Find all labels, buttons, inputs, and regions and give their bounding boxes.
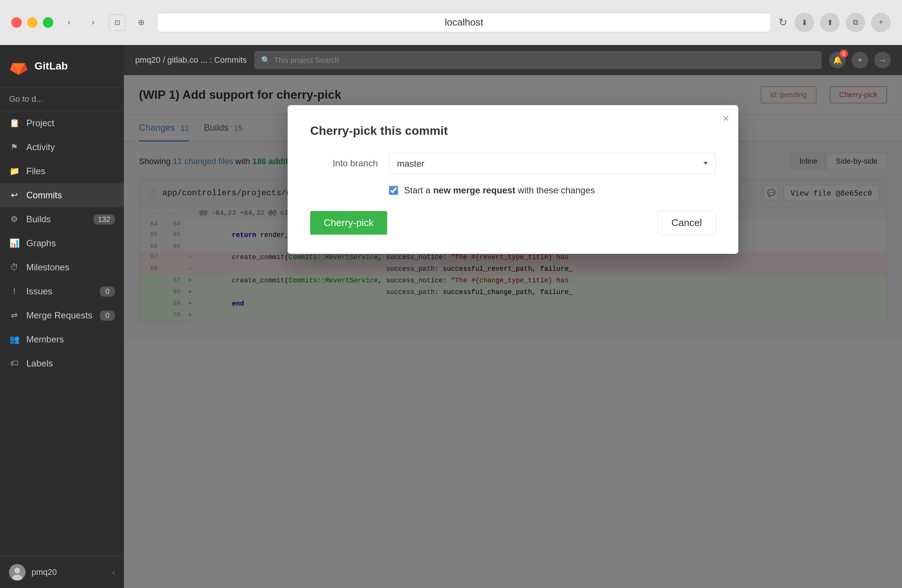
- sidebar-username: pmq20: [31, 567, 57, 577]
- minimize-dot[interactable]: [27, 17, 38, 28]
- sidebar-footer: pmq20 ‹: [0, 556, 124, 588]
- extensions-button[interactable]: +: [871, 13, 891, 32]
- sidebar-item-milestones[interactable]: ⏱ Milestones: [0, 255, 124, 279]
- topbar-search[interactable]: 🔍 This project Search: [254, 51, 822, 69]
- checkbox-group: Start a new merge request with these cha…: [389, 185, 716, 195]
- topbar-actions: 🔔 + →: [829, 52, 891, 68]
- topbar: pmq20 / gitlab.co ... : Commits 🔍 This p…: [124, 45, 902, 75]
- sidebar-nav: 📋 Project ⚑ Activity 📁 Files ↩ Commits ⚙…: [0, 111, 124, 556]
- sidebar-item-builds[interactable]: ⚙ Builds 132: [0, 207, 124, 231]
- merge-requests-badge: 0: [100, 311, 115, 321]
- branch-form-group: Into branch master: [310, 153, 716, 174]
- sidebar-item-activity[interactable]: ⚑ Activity: [0, 135, 124, 159]
- main-content: pmq20 / gitlab.co ... : Commits 🔍 This p…: [124, 45, 902, 588]
- checkbox-label: Start a new merge request with these cha…: [404, 185, 595, 195]
- sidebar-item-graphs[interactable]: 📊 Graphs: [0, 231, 124, 255]
- back-button[interactable]: ‹: [61, 14, 77, 31]
- sidebar-item-label: Issues: [26, 286, 93, 297]
- sidebar-item-label: Commits: [26, 190, 115, 200]
- sidebar-item-label: Project: [26, 118, 115, 128]
- members-icon: 👥: [9, 334, 20, 345]
- refresh-button[interactable]: ↻: [778, 16, 787, 28]
- sidebar-item-label: Graphs: [26, 238, 115, 249]
- sidebar-item-commits[interactable]: ↩ Commits: [0, 183, 124, 207]
- add-button[interactable]: +: [852, 52, 868, 68]
- modal-title: Cherry-pick this commit: [310, 124, 716, 138]
- modal-overlay[interactable]: × Cherry-pick this commit Into branch ma…: [124, 75, 902, 588]
- sidebar-item-label: Labels: [26, 358, 115, 369]
- into-branch-label: Into branch: [310, 158, 378, 169]
- app-container: GitLab Go to d... 📋 Project ⚑ Activity 📁…: [0, 45, 902, 588]
- labels-icon: 🏷: [9, 358, 20, 369]
- sidebar-item-label: Members: [26, 334, 115, 345]
- page-body: (WIP 1) Add support for cherry-pick ld: …: [124, 75, 902, 588]
- browser-dots: [11, 17, 53, 28]
- sidebar-item-labels[interactable]: 🏷 Labels: [0, 352, 124, 375]
- cherry-pick-submit-button[interactable]: Cherry-pick: [310, 211, 387, 235]
- cherry-pick-modal: × Cherry-pick this commit Into branch ma…: [288, 105, 738, 254]
- sidebar-item-merge-requests[interactable]: ⇌ Merge Requests 0: [0, 303, 124, 327]
- user-avatar[interactable]: [9, 564, 25, 580]
- modal-close-button[interactable]: ×: [722, 113, 729, 124]
- search-placeholder: This project Search: [274, 56, 339, 64]
- sidebar-item-label: Files: [26, 166, 115, 177]
- merge-requests-icon: ⇌: [9, 310, 20, 321]
- browser-actions: ⬇ ⬆ ⧉ +: [795, 13, 891, 32]
- window-button[interactable]: ⧉: [846, 13, 865, 32]
- share-button[interactable]: ⬆: [820, 13, 840, 32]
- sidebar-item-project[interactable]: 📋 Project: [0, 111, 124, 135]
- files-icon: 📁: [9, 166, 20, 177]
- sidebar-item-label: Builds: [26, 214, 87, 225]
- sidebar: GitLab Go to d... 📋 Project ⚑ Activity 📁…: [0, 45, 124, 588]
- commits-icon: ↩: [9, 190, 20, 200]
- breadcrumb: pmq20 / gitlab.co ... : Commits: [135, 55, 247, 65]
- builds-icon: ⚙: [9, 214, 20, 225]
- goto-dashboard[interactable]: Go to d...: [0, 88, 124, 111]
- sidebar-item-files[interactable]: 📁 Files: [0, 159, 124, 183]
- tab-button[interactable]: ⊡: [109, 14, 125, 31]
- add-tab-button[interactable]: ⊕: [133, 14, 149, 31]
- gitlab-logo-icon: [9, 56, 28, 76]
- url-bar[interactable]: localhost: [157, 13, 771, 32]
- builds-badge: 132: [94, 214, 115, 225]
- sidebar-header: GitLab: [0, 45, 124, 88]
- maximize-dot[interactable]: [43, 17, 53, 28]
- sidebar-toggle-icon[interactable]: ‹: [112, 568, 115, 577]
- search-icon: 🔍: [261, 56, 270, 64]
- branch-select[interactable]: master: [389, 153, 716, 174]
- browser-chrome: ‹ › ⊡ ⊕ localhost ↻ ⬇ ⬆ ⧉ +: [0, 0, 902, 45]
- signout-button[interactable]: →: [874, 52, 891, 68]
- new-merge-request-checkbox[interactable]: [389, 186, 398, 195]
- sidebar-item-issues[interactable]: ! Issues 0: [0, 279, 124, 303]
- sidebar-item-label: Activity: [26, 142, 115, 152]
- download-button[interactable]: ⬇: [795, 13, 814, 32]
- sidebar-brand: GitLab: [34, 60, 68, 72]
- forward-button[interactable]: ›: [85, 14, 102, 31]
- checkbox-label-strong: new merge request: [433, 185, 515, 195]
- issues-badge: 0: [100, 286, 115, 297]
- activity-icon: ⚑: [9, 142, 20, 152]
- project-icon: 📋: [9, 118, 20, 128]
- cancel-button[interactable]: Cancel: [658, 211, 716, 235]
- issues-icon: !: [9, 286, 20, 297]
- url-text: localhost: [445, 17, 483, 28]
- graphs-icon: 📊: [9, 238, 20, 249]
- sidebar-item-label: Merge Requests: [26, 310, 93, 321]
- notifications-button[interactable]: 🔔: [829, 52, 846, 68]
- svg-point-5: [14, 568, 20, 573]
- sidebar-item-members[interactable]: 👥 Members: [0, 327, 124, 352]
- close-dot[interactable]: [11, 17, 22, 28]
- modal-actions: Cherry-pick Cancel: [310, 211, 716, 235]
- milestones-icon: ⏱: [9, 262, 20, 273]
- sidebar-item-label: Milestones: [26, 262, 115, 273]
